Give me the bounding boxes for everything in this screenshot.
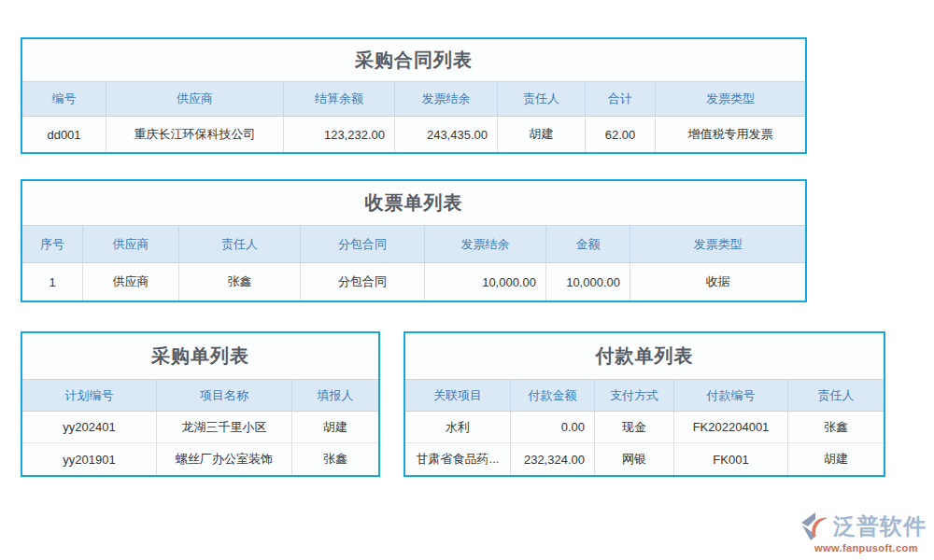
column-header: 编号 bbox=[22, 82, 106, 116]
column-header: 发票类型 bbox=[656, 82, 805, 116]
purchase-contract-list-row-1: dd001重庆长江环保科技公司123,232.00243,435.00胡建62.… bbox=[22, 117, 805, 152]
table-cell: 张鑫 bbox=[292, 443, 378, 475]
table-cell: 胡建 bbox=[292, 412, 378, 442]
column-header: 合计 bbox=[586, 82, 656, 116]
table-cell: 螺丝厂办公室装饰 bbox=[157, 443, 292, 475]
table-cell: 10,000.00 bbox=[425, 263, 546, 301]
table-cell: yy202401 bbox=[22, 412, 157, 442]
table-cell: 现金 bbox=[595, 412, 674, 442]
column-header: 关联项目 bbox=[405, 380, 511, 411]
table-cell: 增值税专用发票 bbox=[656, 117, 805, 152]
table-cell: 232,324.00 bbox=[511, 443, 595, 475]
purchase-contract-table: 采购合同列表编号供应商结算余额发票结余责任人合计发票类型dd001重庆长江环保科… bbox=[21, 37, 807, 154]
table-cell: 62.00 bbox=[586, 117, 656, 152]
column-header: 发票结余 bbox=[425, 226, 546, 262]
receipt-list-header-row: 序号供应商责任人分包合同发票结余金额发票类型 bbox=[22, 226, 805, 263]
column-header: 供应商 bbox=[106, 82, 284, 116]
column-header: 金额 bbox=[546, 226, 630, 262]
table-cell: 1 bbox=[22, 263, 83, 301]
column-header: 分包合同 bbox=[301, 226, 425, 262]
column-header: 计划编号 bbox=[22, 380, 157, 411]
payment-list-title: 付款单列表 bbox=[405, 333, 884, 380]
table-cell: dd001 bbox=[22, 117, 106, 152]
table-cell: 甘肃省食品药... bbox=[405, 443, 511, 475]
table-cell: 0.00 bbox=[511, 412, 595, 442]
table-cell: FK001 bbox=[674, 443, 788, 475]
purchase-contract-list-title: 采购合同列表 bbox=[22, 39, 805, 82]
fanpu-logo-icon bbox=[800, 511, 831, 541]
purchase-contract-list-header-row: 编号供应商结算余额发票结余责任人合计发票类型 bbox=[22, 82, 805, 117]
column-header: 供应商 bbox=[83, 226, 179, 262]
table-cell: 张鑫 bbox=[788, 412, 884, 442]
column-header: 发票类型 bbox=[630, 226, 805, 262]
column-header: 付款金额 bbox=[511, 380, 595, 411]
logo-website-url: www.fanpusoft.com bbox=[814, 542, 918, 553]
column-header: 支付方式 bbox=[595, 380, 674, 411]
purchase-order-list-row-2: yy201901螺丝厂办公室装饰张鑫 bbox=[22, 443, 378, 475]
column-header: 责任人 bbox=[788, 380, 884, 411]
payment-table: 付款单列表关联项目付款金额支付方式付款编号责任人水利0.00现金FK202204… bbox=[403, 331, 885, 477]
column-header: 填报人 bbox=[292, 380, 378, 411]
receipt-list-title: 收票单列表 bbox=[22, 181, 805, 226]
table-cell: FK202204001 bbox=[674, 412, 788, 442]
purchase-order-list-row-1: yy202401龙湖三千里小区胡建 bbox=[22, 412, 378, 443]
table-cell: 网银 bbox=[595, 443, 674, 475]
column-header: 发票结余 bbox=[395, 82, 498, 116]
payment-list-header-row: 关联项目付款金额支付方式付款编号责任人 bbox=[405, 380, 884, 412]
table-cell: 重庆长江环保科技公司 bbox=[106, 117, 284, 152]
receipt-table: 收票单列表序号供应商责任人分包合同发票结余金额发票类型1供应商张鑫分包合同10,… bbox=[21, 179, 807, 302]
table-cell: 张鑫 bbox=[179, 263, 301, 301]
logo-company-name: 泛普软件 bbox=[833, 515, 927, 538]
payment-list-row-1: 水利0.00现金FK202204001张鑫 bbox=[405, 412, 884, 443]
column-header: 序号 bbox=[22, 226, 83, 262]
report-page: 采购合同列表编号供应商结算余额发票结余责任人合计发票类型dd001重庆长江环保科… bbox=[0, 0, 934, 560]
table-cell: 胡建 bbox=[788, 443, 884, 475]
column-header: 结算余额 bbox=[284, 82, 395, 116]
table-cell: 123,232.00 bbox=[284, 117, 395, 152]
column-header: 责任人 bbox=[498, 82, 586, 116]
table-cell: 胡建 bbox=[498, 117, 586, 152]
column-header: 责任人 bbox=[179, 226, 301, 262]
payment-list-row-2: 甘肃省食品药...232,324.00网银FK001胡建 bbox=[405, 443, 884, 475]
table-cell: 供应商 bbox=[83, 263, 179, 301]
purchase-order-table: 采购单列表计划编号项目名称填报人yy202401龙湖三千里小区胡建yy20190… bbox=[21, 331, 380, 477]
table-cell: 龙湖三千里小区 bbox=[157, 412, 292, 442]
purchase-order-list-title: 采购单列表 bbox=[22, 333, 378, 380]
table-cell: 分包合同 bbox=[301, 263, 425, 301]
purchase-order-list-header-row: 计划编号项目名称填报人 bbox=[22, 380, 378, 412]
table-cell: 水利 bbox=[405, 412, 511, 442]
receipt-list-row-1: 1供应商张鑫分包合同10,000.0010,000.00收据 bbox=[22, 263, 805, 301]
table-cell: 243,435.00 bbox=[395, 117, 498, 152]
table-cell: yy201901 bbox=[22, 443, 157, 475]
column-header: 付款编号 bbox=[674, 380, 788, 411]
fanpu-logo[interactable]: 泛普软件 www.fanpusoft.com bbox=[800, 511, 930, 553]
table-cell: 10,000.00 bbox=[546, 263, 630, 301]
table-cell: 收据 bbox=[630, 263, 805, 301]
column-header: 项目名称 bbox=[157, 380, 292, 411]
